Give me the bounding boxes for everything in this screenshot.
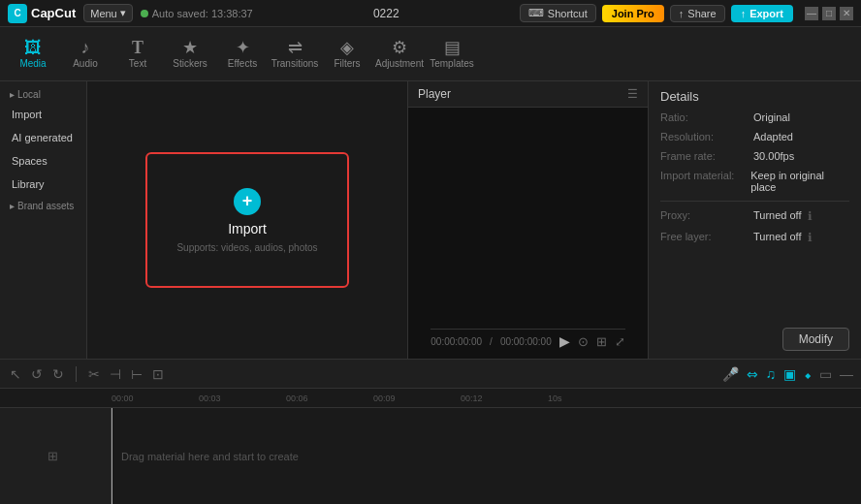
toolbar-media[interactable]: 🖼 Media — [8, 30, 58, 79]
ratio-icon[interactable]: ⊞ — [596, 334, 607, 349]
ruler-mark-3: 00:09 — [373, 394, 461, 403]
details-divider — [660, 201, 849, 202]
audio-track-icon[interactable]: ♫ — [766, 366, 777, 382]
trim-left-tool[interactable]: ⊣ — [108, 364, 123, 384]
logo-icon: C — [8, 4, 27, 23]
play-button[interactable]: ▶ — [559, 333, 570, 349]
cursor-tool[interactable]: ↖ — [8, 364, 23, 384]
player-time-total: 00:00:00:00 — [500, 336, 552, 347]
player-menu-icon[interactable]: ☰ — [627, 87, 638, 101]
main-layout: ▸ Local Import AI generated Spaces Libra… — [0, 81, 861, 359]
text-icon: T — [132, 39, 144, 56]
share-icon: ↑ — [679, 8, 685, 19]
effects-icon: ✦ — [236, 39, 250, 56]
menu-chevron-icon: ▾ — [120, 7, 126, 19]
free-layer-info-icon[interactable]: ℹ — [808, 231, 813, 244]
split-icon[interactable]: ⇔ — [747, 366, 758, 382]
toolbar-filters[interactable]: ◈ Filters — [322, 30, 372, 79]
import-box[interactable]: + Import Supports: videos, audios, photo… — [145, 152, 349, 288]
app-logo: C CapCut — [8, 4, 76, 23]
filters-icon: ◈ — [340, 39, 354, 56]
toolbar-text[interactable]: T Text — [112, 30, 163, 79]
transitions-label: Transitions — [271, 58, 319, 69]
autosave-indicator: Auto saved: 13:38:37 — [141, 8, 253, 19]
toolbar-adjustment[interactable]: ⚙ Adjustment — [374, 30, 425, 79]
toolbar-templates[interactable]: ▤ Templates — [427, 30, 477, 79]
stickers-label: Stickers — [173, 58, 207, 69]
video-track-icon[interactable]: ▣ — [783, 366, 796, 382]
player-title: Player — [418, 87, 451, 101]
menu-button[interactable]: Menu ▾ — [83, 4, 133, 22]
close-button[interactable]: ✕ — [840, 7, 853, 20]
screenshot-icon[interactable]: ⊙ — [578, 334, 589, 349]
import-sub-label: Supports: videos, audios, photos — [176, 242, 317, 253]
export-button[interactable]: ↑ Export — [731, 5, 793, 22]
redo-button[interactable]: ↻ — [50, 364, 66, 384]
modify-button[interactable]: Modify — [782, 328, 849, 351]
library-item[interactable]: Library — [4, 173, 82, 195]
export-icon: ↑ — [741, 8, 747, 19]
toolbar-audio[interactable]: ♪ Audio — [60, 30, 111, 79]
spaces-item[interactable]: Spaces — [4, 150, 82, 172]
details-row-free-layer: Free layer: Turned off ℹ — [649, 227, 861, 248]
player-screen: 00:00:00:00 / 00:00:00:00 ▶ ⊙ ⊞ ⤢ — [408, 108, 648, 359]
zoom-icon[interactable]: — — [840, 366, 853, 382]
toolbar-effects[interactable]: ✦ Effects — [217, 30, 268, 79]
project-id: 0222 — [261, 7, 512, 20]
effects-label: Effects — [228, 58, 257, 69]
window-controls: — □ ✕ — [805, 7, 853, 20]
details-title: Details — [649, 81, 861, 108]
shortcut-button[interactable]: ⌨ Shortcut — [520, 4, 596, 22]
import-box-inner: + Import Supports: videos, audios, photo… — [176, 188, 317, 253]
crop-tool[interactable]: ⊡ — [150, 364, 166, 384]
filters-label: Filters — [334, 58, 360, 69]
templates-icon: ▤ — [444, 39, 461, 56]
toolbar-transitions[interactable]: ⇌ Transitions — [270, 30, 320, 79]
player-time-sep: / — [490, 336, 493, 347]
undo-button[interactable]: ↺ — [29, 364, 45, 384]
brand-label: Brand assets — [17, 201, 74, 211]
details-panel: Details Ratio: Original Resolution: Adap… — [648, 81, 861, 359]
timeline: ↖ ↺ ↻ ✂ ⊣ ⊢ ⊡ 🎤 ⇔ ♫ ▣ ⬥ ▭ — 00:00 00:03 … — [0, 359, 861, 504]
local-section[interactable]: ▸ Local — [4, 87, 82, 102]
split-tool[interactable]: ✂ — [86, 364, 102, 384]
import-plus-icon: + — [234, 188, 261, 215]
top-bar: C CapCut Menu ▾ Auto saved: 13:38:37 022… — [0, 0, 861, 27]
details-row-resolution: Resolution: Adapted — [649, 127, 861, 146]
free-layer-value: Turned off — [753, 231, 802, 244]
details-row-ratio: Ratio: Original — [649, 108, 861, 127]
media-area: + Import Supports: videos, audios, photo… — [87, 81, 407, 359]
toolbar-stickers[interactable]: ★ Stickers — [165, 30, 215, 79]
ruler-mark-4: 00:12 — [461, 394, 548, 403]
audio-label: Audio — [73, 58, 98, 69]
details-footer: Modify — [649, 320, 861, 359]
join-pro-button[interactable]: Join Pro — [602, 5, 664, 22]
microphone-icon[interactable]: 🎤 — [722, 366, 739, 382]
minimize-button[interactable]: — — [805, 7, 818, 20]
import-item[interactable]: Import — [4, 104, 82, 125]
local-label: Local — [17, 89, 41, 100]
proxy-info-icon[interactable]: ℹ — [808, 209, 813, 223]
import-label: Import — [228, 221, 267, 236]
proxy-value: Turned off — [753, 209, 802, 223]
fullscreen-icon[interactable]: ⤢ — [615, 334, 625, 349]
maximize-button[interactable]: □ — [822, 7, 836, 20]
autosave-dot-icon — [141, 10, 148, 17]
ruler-mark-2: 00:06 — [286, 394, 373, 403]
ai-generated-item[interactable]: AI generated — [4, 127, 82, 148]
player-header: Player ☰ — [408, 81, 648, 108]
timeline-left-panel: ⊞ — [0, 408, 112, 504]
timeline-track-area[interactable]: Drag material here and start to create — [112, 408, 861, 504]
toolbar-separator-1 — [76, 366, 77, 382]
track-icon: ⊞ — [48, 449, 58, 463]
transition-icon[interactable]: ⬥ — [804, 366, 812, 382]
ratio-label: Ratio: — [660, 111, 748, 123]
share-button[interactable]: ↑ Share — [670, 5, 725, 22]
brand-assets-section[interactable]: ▸ Brand assets — [4, 197, 82, 215]
screen-icon[interactable]: ▭ — [819, 366, 832, 382]
ratio-value: Original — [753, 111, 790, 123]
text-label: Text — [129, 58, 146, 69]
adjustment-icon: ⚙ — [392, 39, 407, 56]
trim-right-tool[interactable]: ⊢ — [129, 364, 144, 384]
toolbar: 🖼 Media ♪ Audio T Text ★ Stickers ✦ Effe… — [0, 27, 861, 81]
